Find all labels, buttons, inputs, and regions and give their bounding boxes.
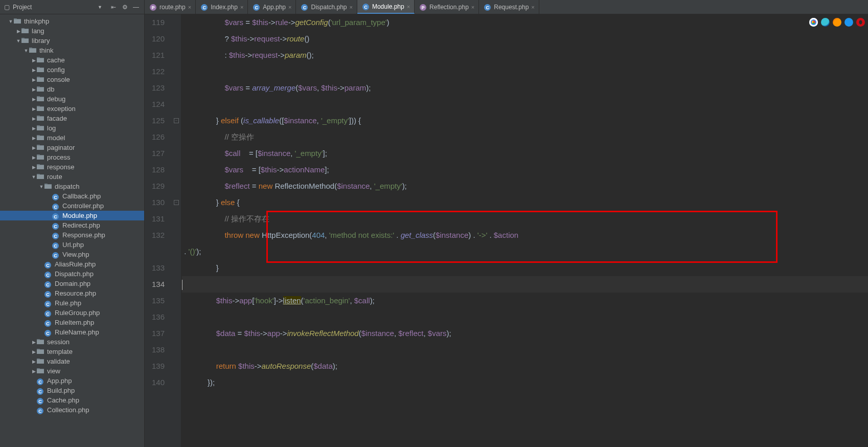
firefox-icon[interactable] xyxy=(833,18,841,27)
hide-icon[interactable]: — xyxy=(132,3,140,11)
tree-twisty-icon[interactable] xyxy=(38,272,44,277)
line-number[interactable]: 136 xyxy=(145,309,172,325)
fold-column[interactable]: −− xyxy=(172,14,181,447)
line-number[interactable]: 119 xyxy=(145,14,172,31)
tree-twisty-icon[interactable] xyxy=(38,291,44,296)
line-number[interactable]: 125 xyxy=(145,113,172,129)
tree-file-module-php[interactable]: CModule.php xyxy=(0,211,144,220)
tab-close-icon[interactable]: × xyxy=(471,4,474,10)
tree-twisty-icon[interactable] xyxy=(31,378,37,384)
tree-twisty-icon[interactable]: ▶ xyxy=(31,68,37,73)
tree-folder-log[interactable]: ▶log xyxy=(0,123,144,133)
line-number[interactable]: 129 xyxy=(145,178,172,194)
tree-twisty-icon[interactable] xyxy=(31,408,37,413)
tree-file-controller-php[interactable]: CController.php xyxy=(0,201,144,211)
tab-close-icon[interactable]: × xyxy=(240,4,243,10)
tree-twisty-icon[interactable] xyxy=(46,194,52,199)
tab-close-icon[interactable]: × xyxy=(288,4,291,10)
code-line[interactable]: ? $this->request->route() xyxy=(182,31,868,47)
tree-twisty-icon[interactable] xyxy=(46,233,52,238)
line-number[interactable] xyxy=(145,391,172,407)
tree-twisty-icon[interactable] xyxy=(46,252,52,257)
tree-file-redirect-php[interactable]: CRedirect.php xyxy=(0,220,144,230)
code-line[interactable]: // 操作不存在 xyxy=(182,211,868,227)
line-number[interactable]: 133 xyxy=(145,260,172,276)
tree-twisty-icon[interactable]: ▶ xyxy=(31,165,37,170)
tab-reflection-php[interactable]: PReflection.php× xyxy=(415,0,479,14)
code-line[interactable]: } else { xyxy=(182,194,868,211)
tab-close-icon[interactable]: × xyxy=(350,4,353,10)
code-line[interactable]: } xyxy=(182,260,868,276)
code-editor[interactable]: 1191201211221231241251261271281291301311… xyxy=(145,14,868,447)
fold-toggle-icon[interactable]: − xyxy=(174,200,179,205)
tree-folder-console[interactable]: ▶console xyxy=(0,75,144,84)
tree-folder-thinkphp[interactable]: ▼thinkphp xyxy=(0,16,144,26)
line-number[interactable]: 131 xyxy=(145,211,172,227)
code-line[interactable]: $data = $this->app->invokeReflectMethod(… xyxy=(182,325,868,342)
tree-folder-model[interactable]: ▶model xyxy=(0,133,144,143)
code-line[interactable]: $call = [$instance, '_empty']; xyxy=(182,145,868,162)
tree-file-resource-php[interactable]: CResource.php xyxy=(0,288,144,298)
tab-close-icon[interactable]: × xyxy=(407,4,410,10)
code-line[interactable]: $vars = $this->rule->getConfig('url_para… xyxy=(182,14,868,31)
line-number[interactable]: 138 xyxy=(145,342,172,358)
tab-index-php[interactable]: CIndex.php× xyxy=(196,0,248,14)
code-line[interactable] xyxy=(182,342,868,358)
tree-file-rule-php[interactable]: CRule.php xyxy=(0,298,144,308)
line-number[interactable]: 128 xyxy=(145,162,172,178)
line-number[interactable]: 126 xyxy=(145,129,172,145)
tree-file-collection-php[interactable]: CCollection.php xyxy=(0,405,144,415)
line-number[interactable]: 127 xyxy=(145,145,172,162)
tree-twisty-icon[interactable]: ▶ xyxy=(15,29,21,34)
tree-twisty-icon[interactable] xyxy=(46,213,52,218)
safari-icon[interactable] xyxy=(844,18,853,27)
code-line[interactable]: $vars = [$this->actionName]; xyxy=(182,162,868,178)
chrome-icon[interactable] xyxy=(809,18,818,27)
code-line[interactable] xyxy=(182,96,868,113)
tree-twisty-icon[interactable] xyxy=(46,242,52,248)
tree-twisty-icon[interactable]: ▶ xyxy=(31,145,37,150)
tab-app-php[interactable]: CApp.php× xyxy=(248,0,296,14)
line-number[interactable]: 123 xyxy=(145,80,172,96)
tree-file-ruleitem-php[interactable]: CRuleItem.php xyxy=(0,318,144,327)
tree-folder-debug[interactable]: ▶debug xyxy=(0,94,144,104)
tree-twisty-icon[interactable] xyxy=(38,320,44,325)
tree-file-url-php[interactable]: CUrl.php xyxy=(0,240,144,250)
tab-dispatch-php[interactable]: CDispatch.php× xyxy=(296,0,357,14)
code-line[interactable]: $vars = array_merge($vars, $this->param)… xyxy=(182,80,868,96)
tree-file-rulegroup-php[interactable]: CRuleGroup.php xyxy=(0,308,144,318)
line-number[interactable]: 140 xyxy=(145,374,172,391)
tree-twisty-icon[interactable]: ▶ xyxy=(31,349,37,354)
tab-close-icon[interactable]: × xyxy=(188,4,191,10)
code-content[interactable]: $vars = $this->rule->getConfig('url_para… xyxy=(181,14,868,447)
tree-twisty-icon[interactable] xyxy=(38,330,44,335)
tree-twisty-icon[interactable]: ▼ xyxy=(38,184,44,189)
tree-file-view-php[interactable]: CView.php xyxy=(0,250,144,259)
tree-folder-validate[interactable]: ▶validate xyxy=(0,356,144,366)
tree-twisty-icon[interactable]: ▶ xyxy=(31,77,37,82)
tree-twisty-icon[interactable]: ▶ xyxy=(31,126,37,131)
line-number[interactable]: 124 xyxy=(145,96,172,113)
code-line[interactable] xyxy=(182,63,868,80)
tree-folder-lang[interactable]: ▶lang xyxy=(0,26,144,36)
tree-twisty-icon[interactable]: ▶ xyxy=(31,58,37,63)
tree-file-cache-php[interactable]: CCache.php xyxy=(0,395,144,405)
tree-file-build-php[interactable]: CBuild.php xyxy=(0,386,144,395)
code-line[interactable]: $reflect = new ReflectionMethod($instanc… xyxy=(182,178,868,194)
tree-twisty-icon[interactable] xyxy=(31,398,37,403)
tree-folder-db[interactable]: ▶db xyxy=(0,84,144,94)
tree-twisty-icon[interactable]: ▼ xyxy=(31,174,37,180)
line-number[interactable]: 122 xyxy=(145,63,172,80)
tree-twisty-icon[interactable] xyxy=(38,301,44,306)
code-line[interactable] xyxy=(182,276,868,293)
tree-twisty-icon[interactable] xyxy=(46,204,52,209)
tree-file-rulename-php[interactable]: CRuleName.php xyxy=(0,327,144,337)
code-line[interactable]: . '()'); xyxy=(182,243,868,260)
line-number[interactable]: 120 xyxy=(145,31,172,47)
tree-folder-paginator[interactable]: ▶paginator xyxy=(0,143,144,152)
tree-file-dispatch-php[interactable]: CDispatch.php xyxy=(0,269,144,279)
tree-file-aliasrule-php[interactable]: CAliasRule.php xyxy=(0,259,144,269)
tree-folder-process[interactable]: ▶process xyxy=(0,152,144,162)
tab-request-php[interactable]: CRequest.php× xyxy=(479,0,539,14)
tree-folder-library[interactable]: ▼library xyxy=(0,36,144,46)
